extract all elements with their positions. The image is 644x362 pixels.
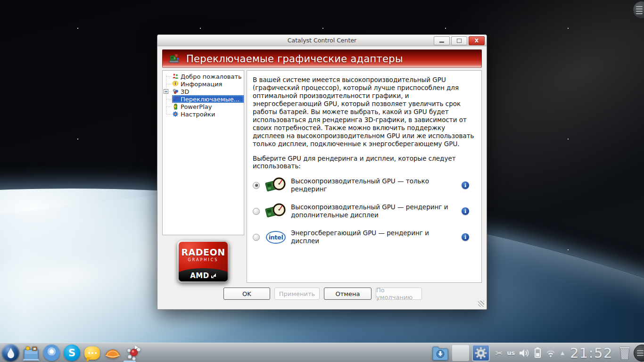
tree-item-label: Настройки <box>181 111 215 118</box>
tray-expand-icon[interactable]: ▲ <box>561 350 564 355</box>
close-button[interactable]: X <box>469 36 485 45</box>
amd-logo-band: AMD <box>179 268 228 281</box>
apply-button: Применить <box>274 288 320 300</box>
intel-logo-text: intel <box>266 231 286 244</box>
clock[interactable]: 21:52 <box>570 345 613 361</box>
control-center-button[interactable] <box>472 345 490 362</box>
ok-button[interactable]: OK <box>223 288 270 300</box>
info-bubble-icon <box>172 81 179 87</box>
radeon-logo-line1: RADEON <box>179 247 228 257</box>
tree-item-label: Переключаемые... <box>181 96 239 103</box>
amd-gpu-gauge-icon <box>264 176 288 194</box>
amd-arrow-icon <box>211 273 216 279</box>
workspace-switcher-button[interactable] <box>452 345 469 361</box>
launcher-menu-button[interactable] <box>2 344 19 362</box>
amd-logo-text: AMD <box>190 272 209 280</box>
description-text: В вашей системе имеется высокопроизводит… <box>253 76 474 148</box>
minimize-icon <box>439 41 444 43</box>
radio-selected[interactable] <box>253 182 260 189</box>
downloads-folder-button[interactable] <box>431 344 449 362</box>
switch-arrows-icon <box>172 96 179 102</box>
desktop: Catalyst Control Center X Переключаемые … <box>0 0 644 362</box>
close-icon: X <box>475 38 479 44</box>
tree-item-information[interactable]: Информация <box>163 80 244 88</box>
titlebar[interactable]: Catalyst Control Center X <box>157 35 487 46</box>
amd-gpu-gauge-icon <box>264 202 288 220</box>
option-high-performance-extra-displays[interactable]: Высокопроизводительный GPU — рендеринг и… <box>253 201 475 222</box>
volume-icon[interactable] <box>519 348 530 358</box>
radeon-logo-line2: GRAPHICS <box>179 258 228 262</box>
window-controls: X <box>434 36 485 45</box>
page-header: Переключаемые графические адаптеры <box>162 49 482 68</box>
chromium-browser-button[interactable] <box>43 345 60 361</box>
battery-icon[interactable] <box>535 348 541 358</box>
maximize-icon <box>457 39 462 43</box>
taskbar: S ✂ us ▲ 21:52 <box>0 343 644 362</box>
tree-item-settings[interactable]: Настройки <box>163 110 244 118</box>
battery-bolt-icon <box>172 103 179 110</box>
option-label: Энергосберегающий GPU — рендеринг и дисп… <box>291 229 451 245</box>
defaults-button: По умолчанию <box>376 288 422 300</box>
maximize-button[interactable] <box>451 36 467 45</box>
gear-icon <box>172 111 179 117</box>
catalyst-control-center-window: Catalyst Control Center X Переключаемые … <box>157 34 487 310</box>
keyboard-layout-indicator[interactable]: us <box>507 349 515 356</box>
clementine-player-button[interactable] <box>104 344 122 362</box>
package-updater-button[interactable] <box>125 344 143 362</box>
skype-button[interactable]: S <box>64 345 80 361</box>
radio-unselected[interactable] <box>253 208 260 215</box>
option-power-saving[interactable]: intel Энергосберегающий GPU — рендеринг … <box>253 227 475 247</box>
option-high-performance-render-only[interactable]: Высокопроизводительный GPU — только ренд… <box>253 175 475 196</box>
page-title: Переключаемые графические адаптеры <box>186 53 403 65</box>
info-icon[interactable]: i <box>462 233 469 241</box>
messenger-button[interactable] <box>84 346 100 360</box>
droplet-icon <box>7 347 15 359</box>
tree-item-label: Добро пожаловать <box>181 73 242 80</box>
tree-item-3d[interactable]: + 3D <box>163 88 244 95</box>
radio-unselected[interactable] <box>253 234 260 241</box>
clipboard-scissors-icon[interactable]: ✂ <box>495 348 503 358</box>
intel-logo-icon: intel <box>264 231 288 244</box>
minimize-button[interactable] <box>434 36 450 45</box>
tree-item-label: PowerPlay <box>181 103 212 110</box>
option-label: Высокопроизводительный GPU — только ренд… <box>291 177 451 193</box>
navigation-tree: Добро пожаловать Информация + 3D П <box>163 71 244 118</box>
system-tray: ✂ us ▲ <box>495 348 564 358</box>
info-icon[interactable]: i <box>462 207 469 215</box>
3d-balls-icon <box>172 88 179 95</box>
skype-icon: S <box>68 347 75 359</box>
navigation-tree-panel: Добро пожаловать Информация + 3D П <box>162 70 244 235</box>
tree-item-switchable-graphics[interactable]: Переключаемые... <box>163 95 244 103</box>
option-label: Высокопроизводительный GPU — рендеринг и… <box>291 203 451 219</box>
cancel-button[interactable]: Отмена <box>324 288 372 300</box>
taskbar-edge-menu-button[interactable] <box>634 345 644 362</box>
gpu-select-prompt: Выберите GPU для рендеринга и дисплеи, к… <box>253 155 475 170</box>
welcome-icon <box>172 73 179 80</box>
radeon-graphics-logo: RADEON GRAPHICS AMD <box>177 240 229 283</box>
taskbar-right-section: ✂ us ▲ 21:52 <box>430 344 644 362</box>
expand-icon[interactable]: + <box>164 89 168 94</box>
graphics-adapter-icon <box>168 54 181 64</box>
info-icon[interactable]: i <box>462 181 469 189</box>
trash-icon <box>618 346 632 361</box>
resize-grip[interactable] <box>478 301 484 307</box>
tree-item-label: 3D <box>181 88 189 95</box>
wifi-icon[interactable] <box>545 348 556 358</box>
tree-item-label: Информация <box>181 81 222 88</box>
trash-button[interactable] <box>618 346 632 361</box>
tree-item-welcome[interactable]: Добро пожаловать <box>163 73 244 80</box>
tree-item-powerplay[interactable]: PowerPlay <box>163 103 244 110</box>
dialog-buttons: OK Применить Отмена По умолчанию <box>223 288 422 300</box>
file-manager-button[interactable] <box>22 344 40 362</box>
content-panel: В вашей системе имеется высокопроизводит… <box>247 70 482 283</box>
gears-icon <box>474 346 488 360</box>
